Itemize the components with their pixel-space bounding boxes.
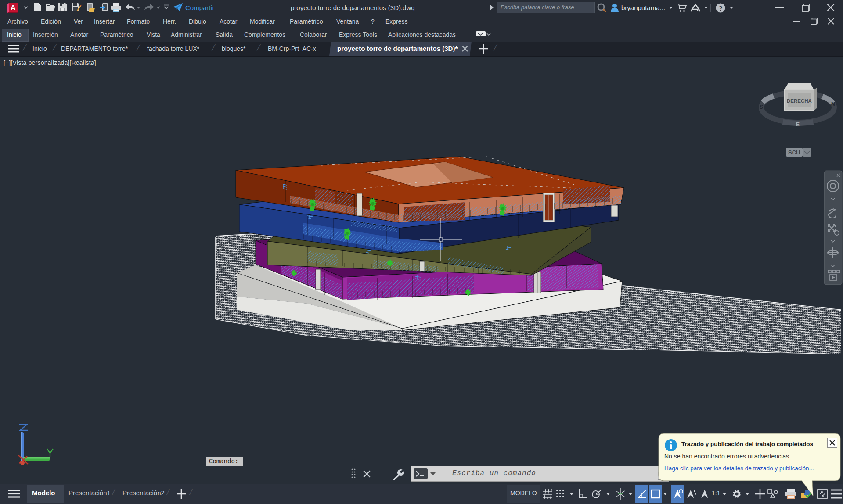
svg-text:?: ? (719, 4, 723, 12)
svg-text:N: N (831, 101, 835, 107)
svg-text:S: S (760, 104, 763, 110)
svg-text:SCU: SCU (788, 149, 800, 156)
svg-text:A: A (11, 4, 16, 11)
svg-text:E: E (796, 122, 800, 128)
svg-text:DERECHA: DERECHA (787, 98, 812, 104)
